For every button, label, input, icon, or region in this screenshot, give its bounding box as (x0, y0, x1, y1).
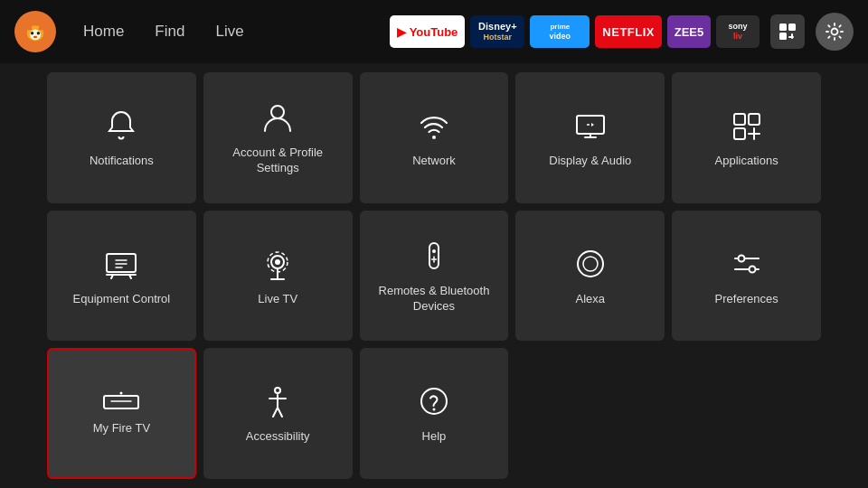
tile-equipment-label: Equipment Control (73, 292, 171, 307)
svg-point-14 (271, 106, 284, 118)
tile-display-label: Display & Audio (549, 154, 631, 169)
svg-point-40 (583, 257, 598, 271)
tile-network-label: Network (412, 154, 456, 169)
svg-rect-8 (779, 23, 787, 31)
tile-accessibility[interactable]: Accessibility (203, 348, 353, 479)
apps-icon (728, 107, 766, 145)
navigation-bar: Home Find Live ▶ YouTube Disney+ Hotstar… (0, 0, 868, 63)
svg-rect-12 (788, 36, 794, 38)
tile-remotes-bluetooth[interactable]: Remotes & Bluetooth Devices (360, 211, 509, 342)
wifi-icon (415, 107, 453, 145)
alexa-icon (571, 245, 609, 283)
svg-point-7 (33, 36, 37, 39)
display-icon (571, 107, 609, 145)
tile-account-profile[interactable]: Account & Profile Settings (203, 72, 353, 203)
svg-line-53 (278, 408, 282, 417)
remote-icon (415, 237, 453, 275)
tile-network[interactable]: Network (360, 72, 509, 203)
sony-shortcut[interactable]: sony liv (716, 15, 760, 48)
svg-point-2 (30, 29, 41, 40)
bell-icon (102, 107, 140, 145)
accessibility-icon (259, 382, 297, 420)
tile-remotes-label: Remotes & Bluetooth Devices (367, 284, 502, 314)
nav-find[interactable]: Find (144, 17, 195, 46)
svg-line-52 (273, 408, 278, 417)
person-icon (259, 99, 297, 136)
tile-account-label: Account & Profile Settings (211, 145, 345, 176)
settings-grid: Notifications Account & Profile Settings… (0, 63, 868, 488)
app-logo[interactable] (14, 11, 56, 52)
svg-point-15 (432, 136, 436, 139)
zee5-shortcut[interactable]: ZEE5 (667, 15, 711, 48)
svg-rect-20 (734, 128, 745, 139)
tile-applications[interactable]: Applications (672, 72, 821, 203)
tile-notifications-label: Notifications (90, 154, 154, 169)
settings-button[interactable] (816, 13, 854, 51)
tile-alexa[interactable]: Alexa (515, 211, 665, 342)
nav-home[interactable]: Home (72, 17, 135, 46)
tile-alexa-label: Alexa (576, 292, 606, 307)
youtube-shortcut[interactable]: ▶ YouTube (390, 15, 465, 48)
tile-live-tv[interactable]: Live TV (203, 211, 353, 342)
firetv-icon (102, 390, 140, 412)
nav-links: Home Find Live (72, 17, 255, 46)
help-icon (415, 382, 453, 420)
svg-point-13 (832, 29, 838, 35)
netflix-shortcut[interactable]: NETFLIX (595, 15, 662, 48)
svg-point-36 (432, 249, 436, 253)
tile-notifications[interactable]: Notifications (47, 72, 196, 203)
nav-live[interactable]: Live (204, 17, 254, 46)
svg-point-42 (738, 255, 744, 261)
tile-help-label: Help (422, 429, 447, 445)
svg-point-6 (37, 32, 40, 34)
grid-button[interactable] (770, 14, 805, 49)
svg-point-49 (275, 388, 280, 393)
tile-help[interactable]: Help (360, 348, 509, 479)
svg-point-44 (749, 266, 755, 272)
tile-applications-label: Applications (715, 154, 778, 169)
app-shortcuts: ▶ YouTube Disney+ Hotstar prime video NE… (390, 13, 854, 51)
prime-shortcut[interactable]: prime video (530, 15, 590, 48)
svg-rect-9 (788, 23, 796, 31)
svg-rect-45 (104, 396, 138, 408)
sliders-icon (728, 245, 766, 283)
svg-rect-35 (429, 243, 439, 268)
svg-point-48 (120, 392, 123, 395)
tv-icon (102, 245, 140, 283)
tile-accessibility-label: Accessibility (246, 429, 310, 445)
antenna-icon (259, 245, 297, 283)
svg-rect-16 (577, 116, 604, 134)
svg-rect-10 (779, 33, 787, 40)
tile-my-fire-tv[interactable]: My Fire TV (47, 348, 196, 479)
svg-point-55 (432, 408, 435, 411)
svg-rect-23 (107, 254, 136, 272)
svg-rect-18 (734, 114, 745, 125)
tile-live-tv-label: Live TV (258, 292, 297, 307)
tile-preferences[interactable]: Preferences (672, 211, 821, 342)
svg-point-39 (578, 251, 603, 277)
svg-rect-19 (749, 114, 760, 125)
tile-equipment-control[interactable]: Equipment Control (47, 211, 196, 342)
tile-my-fire-tv-label: My Fire TV (93, 421, 150, 436)
tile-display-audio[interactable]: Display & Audio (515, 72, 665, 203)
svg-point-5 (31, 32, 33, 34)
svg-point-34 (275, 259, 280, 265)
tile-preferences-label: Preferences (715, 292, 778, 307)
disney-shortcut[interactable]: Disney+ Hotstar (470, 15, 524, 48)
